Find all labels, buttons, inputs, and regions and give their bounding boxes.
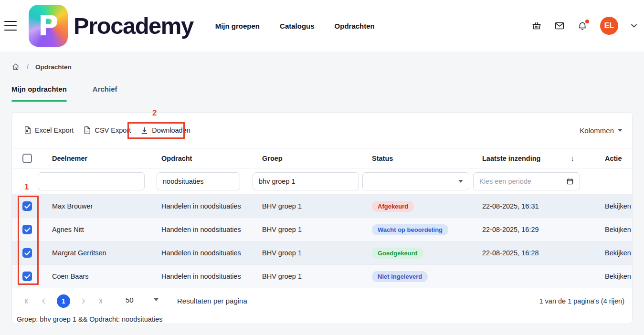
table-header-row: Deelnemer Opdracht Groep Status Laatste … (12, 148, 632, 168)
table-row[interactable]: Agnes Nitt Handelen in noodsituaties BHV… (12, 218, 632, 241)
csv-export-button[interactable]: CSV Export (78, 122, 136, 138)
mail-icon[interactable] (554, 21, 565, 31)
col-header-groep[interactable]: Groep (262, 155, 372, 162)
cell-deelnemer: Max Brouwer (52, 202, 161, 210)
cell-opdracht: Handelen in noodsituaties (161, 249, 262, 257)
periode-placeholder: Kies een periode (479, 178, 566, 185)
download-button[interactable]: Downloaden (136, 123, 195, 138)
cell-deelnemer: Margrat Gerritsen (52, 249, 161, 257)
top-bar: P Procademy Mijn groepen Catalogus Opdra… (0, 0, 644, 52)
active-filter-summary: Groep: bhv groep 1 && Opdracht: noodsitu… (12, 314, 632, 323)
columns-dropdown[interactable]: Kolommen (580, 126, 623, 135)
procademy-logo-icon: P (29, 5, 68, 47)
table-row[interactable]: Coen Baars Handelen in noodsituaties BHV… (12, 265, 632, 288)
row-checkbox[interactable] (22, 225, 32, 234)
per-page-label: Resultaten per pagina (177, 297, 247, 305)
status-badge: Goedgekeurd (372, 248, 423, 259)
last-page-button[interactable] (97, 298, 104, 304)
cell-opdracht: Handelen in noodsituaties (161, 272, 262, 280)
cell-opdracht: Handelen in noodsituaties (161, 202, 262, 210)
previous-page-button[interactable] (41, 298, 46, 304)
table-row[interactable]: Margrat Gerritsen Handelen in noodsituat… (12, 241, 632, 265)
breadcrumb-separator: / (27, 63, 29, 71)
pagination-summary: 1 van de 1 pagina's (4 rijen) (539, 297, 625, 305)
nav-catalogus[interactable]: Catalogus (280, 22, 315, 30)
dropdown-arrow-icon (154, 298, 158, 301)
tab-archief[interactable]: Archief (93, 85, 117, 101)
download-label: Downloaden (152, 126, 190, 134)
bekijken-link[interactable]: Bekijken (592, 202, 633, 210)
bekijken-link[interactable]: Bekijken (592, 249, 633, 257)
chevron-down-icon[interactable] (631, 23, 637, 28)
download-icon (140, 126, 148, 135)
calendar-icon (566, 178, 574, 185)
filter-groep-input[interactable] (253, 172, 359, 190)
columns-label: Kolommen (580, 126, 614, 135)
csv-export-label: CSV Export (95, 126, 131, 134)
top-icons: EL (531, 0, 637, 52)
col-header-laatste-inzending[interactable]: Laatste inzending ↓ (482, 154, 592, 162)
excel-export-label: Excel Export (35, 126, 74, 134)
brand-name: Procademy (74, 12, 193, 39)
cell-laatste-inzending: 22-08-2025, 16:29 (482, 226, 592, 233)
cell-deelnemer: Coen Baars (52, 272, 161, 280)
bekijken-link[interactable]: Bekijken (592, 226, 633, 233)
cell-groep: BHV groep 1 (262, 226, 372, 233)
basket-icon[interactable] (531, 21, 542, 31)
excel-export-button[interactable]: Excel Export (19, 122, 78, 138)
breadcrumb-current[interactable]: Opdrachten (35, 63, 72, 71)
dropdown-arrow-icon (458, 180, 463, 183)
select-all-checkbox[interactable] (22, 154, 32, 163)
bell-icon[interactable] (577, 21, 588, 31)
next-page-button[interactable] (81, 298, 86, 304)
col-header-deelnemer[interactable]: Deelnemer (52, 155, 161, 162)
cell-groep: BHV groep 1 (262, 202, 372, 210)
brand-logo[interactable]: P Procademy (29, 5, 193, 47)
status-badge: Niet ingeleverd (372, 271, 428, 282)
excel-file-icon (23, 126, 32, 135)
bekijken-link[interactable]: Bekijken (592, 272, 633, 280)
nav-mijn-groepen[interactable]: Mijn groepen (215, 22, 260, 30)
row-checkbox[interactable] (22, 248, 32, 258)
status-badge: Wacht op beoordeling (372, 224, 448, 235)
table-toolbar: Excel Export CSV Export Downloaden Kolom… (12, 113, 632, 148)
row-checkbox[interactable] (22, 201, 32, 211)
filter-opdracht-input[interactable] (157, 172, 240, 190)
main-nav: Mijn groepen Catalogus Opdrachten (215, 22, 375, 30)
nav-opdrachten[interactable]: Opdrachten (335, 22, 375, 30)
col-header-status[interactable]: Status (372, 155, 482, 162)
dropdown-arrow-icon (618, 129, 623, 132)
hamburger-menu-icon[interactable] (4, 21, 17, 31)
filter-row: Kies een periode (12, 168, 632, 195)
cell-opdracht: Handelen in noodsituaties (161, 226, 262, 233)
cell-laatste-inzending: 22-08-2025, 16:31 (482, 202, 592, 210)
filter-periode-datepicker[interactable]: Kies een periode (473, 172, 580, 190)
csv-file-icon (83, 126, 91, 135)
pagination-bar: 1 50 Resultaten per pagina 1 van de 1 pa… (12, 288, 632, 314)
sort-descending-icon[interactable]: ↓ (571, 154, 575, 162)
cell-groep: BHV groep 1 (262, 249, 372, 257)
breadcrumb: / Opdrachten (11, 52, 633, 73)
tab-mijn-opdrachten[interactable]: Mijn opdrachten (11, 85, 67, 101)
assignments-card: Excel Export CSV Export Downloaden Kolom… (11, 112, 633, 324)
col-header-actie: Actie (592, 155, 633, 162)
col-header-opdracht[interactable]: Opdracht (161, 155, 262, 162)
first-page-button[interactable] (23, 298, 30, 304)
page-size-value: 50 (126, 296, 134, 304)
user-avatar[interactable]: EL (600, 17, 618, 35)
cell-deelnemer: Agnes Nitt (52, 226, 161, 233)
status-badge: Afgekeurd (372, 201, 414, 212)
tab-bar: Mijn opdrachten Archief (11, 85, 633, 101)
table-row[interactable]: Max Brouwer Handelen in noodsituaties BH… (12, 195, 632, 218)
filter-deelnemer-input[interactable] (38, 172, 145, 190)
notification-dot (585, 20, 589, 23)
cell-groep: BHV groep 1 (262, 272, 372, 280)
page-size-select[interactable]: 50 (121, 294, 167, 308)
row-checkbox[interactable] (22, 272, 32, 281)
filter-status-select[interactable] (362, 172, 469, 190)
page-number-button[interactable]: 1 (57, 294, 70, 308)
home-icon[interactable] (11, 63, 20, 71)
cell-laatste-inzending: 22-08-2025, 16:28 (482, 249, 592, 257)
